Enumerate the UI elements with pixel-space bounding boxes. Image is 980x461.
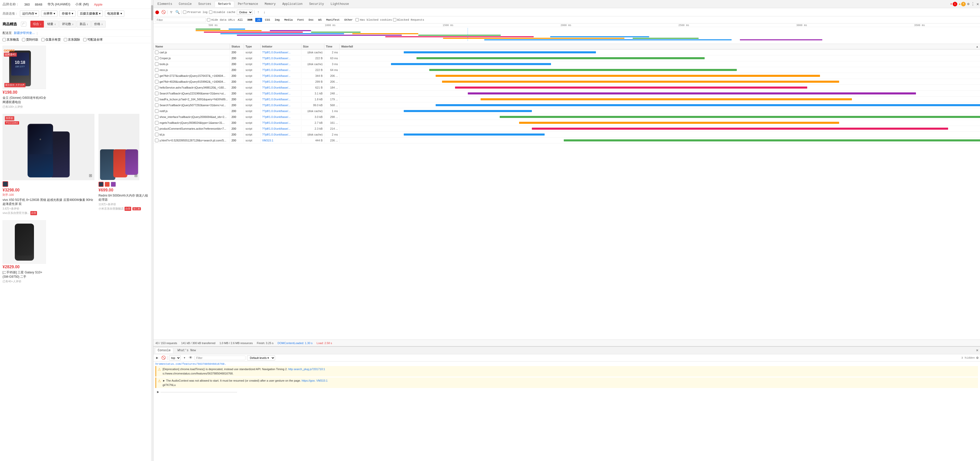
filter-img-btn[interactable]: Img <box>273 18 282 22</box>
tab-elements[interactable]: Elements <box>154 1 175 7</box>
tab-application[interactable]: Application <box>279 1 305 7</box>
opt-global-checkbox[interactable] <box>83 38 86 41</box>
th-type[interactable]: Type <box>244 44 261 49</box>
td-initiator-1[interactable]: ??jdf/1.0.0/unit/base/... <box>261 56 301 60</box>
waterfall-sort-icon[interactable]: ▲ <box>976 45 978 48</box>
settings-icon[interactable]: ⚙ <box>967 2 969 6</box>
disable-cache-label[interactable]: Disable cache <box>209 11 235 14</box>
table-row[interactable]: td.js 200 script ??jdf/1.0.0/unit/base/.… <box>153 132 980 138</box>
grid-icon-redmi[interactable]: ⊞ <box>134 173 138 178</box>
console-eye-icon[interactable]: 👁 <box>188 356 193 360</box>
console-close-button[interactable]: ✕ <box>976 348 978 353</box>
filter-media-btn[interactable]: Media <box>283 18 294 22</box>
swatch-black[interactable] <box>3 181 8 187</box>
sort-tab-sales[interactable]: 销量 ↓ <box>45 21 59 27</box>
table-row[interactable]: helloService.ashx?callback=jQuery3488120… <box>153 85 980 91</box>
tab-security[interactable]: Security <box>306 1 327 7</box>
grid-icon[interactable]: ⊞ <box>89 173 92 178</box>
row-checkbox-12[interactable] <box>155 121 159 124</box>
th-initiator[interactable]: Initiator <box>261 44 301 49</box>
stop-record-button[interactable]: 🚫 <box>161 10 165 14</box>
console-context-select[interactable]: top <box>169 355 181 361</box>
opt-cod[interactable]: 货到付款 <box>22 38 38 42</box>
row-checkbox-14[interactable] <box>155 133 159 136</box>
filter-doc-btn[interactable]: Doc <box>307 18 315 22</box>
table-row[interactable]: Search?callback=jQuery2231966&area=31&en… <box>153 91 980 97</box>
hide-data-urls-label[interactable]: Hide data URLs <box>207 18 235 21</box>
console-block-icon[interactable]: 🚫 <box>161 356 165 360</box>
blocked-requests-label[interactable]: Blocked Requests <box>393 18 425 21</box>
blocked-requests-checkbox[interactable] <box>393 18 396 21</box>
console-tab-whats-new[interactable]: What's New <box>175 348 198 353</box>
preserve-log-label[interactable]: Preserve log <box>183 11 207 14</box>
search-icon[interactable]: 🔍 <box>175 10 180 14</box>
opt-cod-checkbox[interactable] <box>22 38 25 41</box>
preserve-log-checkbox[interactable] <box>183 11 186 14</box>
filter-font-btn[interactable]: Font <box>296 18 306 22</box>
filter-ws-btn[interactable]: WS <box>317 18 323 22</box>
row-checkbox-10[interactable] <box>155 109 159 113</box>
filter-all-btn[interactable]: All <box>236 18 245 22</box>
opt-in-stock[interactable]: 仅显示有货 <box>41 38 61 42</box>
warn-link-2[interactable]: https://goo. VM315:1 <box>302 379 328 382</box>
table-row[interactable]: cart.js 200 script ??jdf/1.0.0/unit/base… <box>153 49 980 56</box>
has-blocked-cookies-label[interactable]: Has blocked cookies <box>355 18 392 21</box>
td-initiator-5[interactable]: ??jdf/1.0.0/unit/base/... <box>261 79 301 84</box>
console-dropdown-icon[interactable]: ▾ <box>182 356 187 360</box>
filter-xhr-btn[interactable]: XHR <box>245 18 254 22</box>
tab-network[interactable]: Network <box>215 1 234 7</box>
row-checkbox-5[interactable] <box>155 80 159 83</box>
tab-lighthouse[interactable]: Lighthouse <box>328 1 352 7</box>
close-devtools-icon[interactable]: ✕ <box>977 2 979 6</box>
disable-cache-checkbox[interactable] <box>209 11 212 14</box>
sort-tab-new[interactable]: 新品 ↓ <box>77 21 91 27</box>
network-filter-input[interactable] <box>155 17 206 22</box>
network-throttle-select[interactable]: Online <box>237 10 253 15</box>
table-row[interactable]: get?fid=4028&callback=jQuery9159962&_=16… <box>153 79 980 85</box>
filter-icon[interactable]: ▽ <box>169 10 173 14</box>
row-checkbox-4[interactable] <box>155 74 159 78</box>
row-checkbox-2[interactable] <box>155 62 159 66</box>
td-initiator-12[interactable]: ??jdf/1.0.0/unit/base/... <box>261 121 301 125</box>
td-initiator-2[interactable]: ??jdf/1.0.0/unit/base/... <box>261 62 301 66</box>
export-har-button[interactable]: ↓ <box>262 10 267 14</box>
brand-huawei[interactable]: 华为 (HUAWEI) <box>48 2 70 6</box>
tab-memory[interactable]: Memory <box>262 1 279 7</box>
td-initiator-9[interactable]: ??jdf/1.0.0/unit/base/... <box>261 103 301 108</box>
product-card-gionee[interactable]: 10:18 品质·立天下 GIONEE 全网通4G 双卡双待 大字大声 ¥198… <box>3 46 48 109</box>
row-checkbox-6[interactable] <box>155 86 159 89</box>
console-level-select[interactable]: Default levels ▾ <box>247 355 275 361</box>
opt-global[interactable]: 可配送全球 <box>83 38 103 42</box>
filter-js-btn[interactable]: JS <box>255 18 262 22</box>
console-settings-icon[interactable]: ⚙ <box>977 356 978 360</box>
product-card-redmi[interactable]: ⊞ ¥699.00 Redmi 8A 5000mAh大内存 骁龙八核处理器 11… <box>99 114 150 215</box>
td-initiator-0[interactable]: ??jdf/1.0.0/unit/base/... <box>261 50 301 55</box>
th-size[interactable]: Size <box>301 44 325 49</box>
table-row[interactable]: notif.js 200 script ??jdf/1.0.0/unit/bas… <box>153 108 980 114</box>
sort-tab-composite[interactable]: 综合 ↓ <box>30 21 44 27</box>
th-status[interactable]: Status <box>230 44 244 49</box>
import-har-button[interactable]: ↑ <box>256 10 261 14</box>
sort-tab-price[interactable]: 价格 ↓ <box>91 21 105 27</box>
row-checkbox-1[interactable] <box>155 56 159 60</box>
row-checkbox-8[interactable] <box>155 97 159 101</box>
row-checkbox-3[interactable] <box>155 68 159 72</box>
row-checkbox-15[interactable] <box>155 138 159 142</box>
filter-camera[interactable]: 后摄主摄像素 ▾ <box>78 11 103 17</box>
swatch-blue[interactable] <box>99 182 103 187</box>
table-row[interactable]: tools.js 200 script ??jdf/1.0.0/unit/bas… <box>153 61 980 67</box>
warn-link-1[interactable]: http search_plug.js?201710:1 <box>288 367 325 370</box>
brand-360[interactable]: 360 <box>24 3 30 6</box>
row-checkbox-0[interactable] <box>155 51 159 54</box>
tab-sources[interactable]: Sources <box>195 1 214 7</box>
td-initiator-13[interactable]: ??jdf/1.0.0/unit/base/... <box>261 126 301 131</box>
left-scrollbar[interactable] <box>151 0 153 461</box>
th-time[interactable]: Time <box>325 44 340 49</box>
row-checkbox-7[interactable] <box>155 92 159 95</box>
th-waterfall[interactable]: Waterfall ▲ <box>340 44 980 49</box>
td-initiator-7[interactable]: ??jdf/1.0.0/unit/base/... <box>261 91 301 96</box>
th-name[interactable]: Name <box>153 44 230 49</box>
tab-console[interactable]: Console <box>176 1 195 7</box>
td-initiator-15[interactable]: VM315:1 <box>261 138 301 143</box>
table-row[interactable]: productCommentSummaries.action?reference… <box>153 126 980 132</box>
